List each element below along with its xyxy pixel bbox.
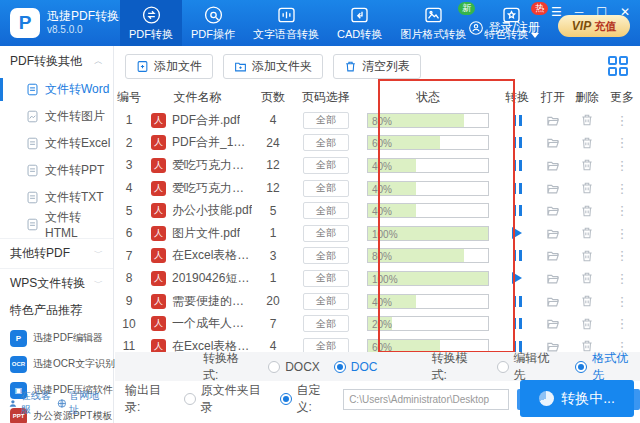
delete-icon[interactable]: [580, 249, 594, 263]
clear-list-button[interactable]: 清空列表: [333, 54, 421, 79]
page-select-button[interactable]: 全部: [303, 157, 349, 174]
pause-convert-button[interactable]: [513, 205, 522, 216]
open-folder-icon[interactable]: [546, 226, 561, 241]
tab-cad-convert[interactable]: CAD转换: [328, 0, 391, 46]
sidebar-item-file-to-txt[interactable]: 文件转TXT: [0, 184, 113, 211]
radio-source-folder[interactable]: [184, 393, 196, 405]
pause-convert-button[interactable]: [513, 115, 522, 126]
more-options-icon[interactable]: ⋮: [616, 181, 629, 196]
pause-convert-button[interactable]: [513, 318, 522, 329]
sidebar-item-file-to-excel[interactable]: 文件转Excel: [0, 130, 113, 157]
format-option-docx[interactable]: DOCX: [268, 360, 320, 374]
product-pdf-editor[interactable]: P 迅捷PDF编辑器: [0, 325, 113, 351]
more-options-icon[interactable]: ⋮: [616, 135, 629, 150]
sidebar-section-pdf-convert-other[interactable]: PDF转换其他 ︿: [0, 46, 113, 76]
more-options-icon[interactable]: ⋮: [616, 248, 629, 263]
table-row: 9 人 需要便捷的PDF文件.pdf 20 全部 40% ⋮: [115, 290, 640, 313]
page-select-button[interactable]: 全部: [303, 112, 349, 129]
open-folder-icon[interactable]: [546, 203, 561, 218]
more-options-icon[interactable]: ⋮: [616, 203, 629, 218]
tab-label: CAD转换: [337, 27, 382, 42]
pause-convert-button[interactable]: [513, 296, 522, 307]
delete-icon[interactable]: [580, 271, 594, 285]
sidebar-section-other-to-pdf[interactable]: 其他转PDF ﹀: [0, 238, 113, 268]
delete-icon[interactable]: [580, 158, 594, 172]
more-options-icon[interactable]: ⋮: [616, 316, 629, 331]
open-folder-icon[interactable]: [546, 158, 561, 173]
open-folder-icon[interactable]: [546, 294, 561, 309]
delete-icon[interactable]: [580, 226, 594, 240]
add-file-button[interactable]: 添加文件: [125, 54, 213, 79]
progress-percent: 100%: [368, 229, 398, 240]
open-folder-icon[interactable]: [546, 135, 561, 150]
open-folder-icon[interactable]: [546, 316, 561, 331]
page-select-button[interactable]: 全部: [303, 293, 349, 310]
globe-icon: [57, 398, 67, 409]
output-option-custom[interactable]: 自定义:: [280, 382, 336, 416]
page-select-button[interactable]: 全部: [303, 225, 349, 242]
sidebar-item-label: 文件转HTML: [45, 209, 113, 240]
output-option-source-folder[interactable]: 原文件夹目录: [184, 382, 272, 416]
header-convert: 转换: [498, 89, 536, 106]
official-site-link[interactable]: 官网地址: [57, 389, 106, 417]
pause-convert-button[interactable]: [513, 137, 522, 148]
page-select-button[interactable]: 全部: [303, 202, 349, 219]
sidebar-item-file-to-word[interactable]: 文件转Word: [0, 76, 113, 103]
page-select-button[interactable]: 全部: [303, 315, 349, 332]
more-options-icon[interactable]: ⋮: [616, 158, 629, 173]
more-options-icon[interactable]: ⋮: [616, 294, 629, 309]
more-options-icon[interactable]: ⋮: [616, 226, 629, 241]
login-register-button[interactable]: 登录/注册: [468, 19, 540, 36]
header-number: 编号: [115, 89, 143, 106]
open-folder-icon[interactable]: [546, 271, 561, 286]
page-select-button[interactable]: 全部: [303, 180, 349, 197]
open-folder-icon[interactable]: [546, 248, 561, 263]
resume-convert-button[interactable]: [512, 227, 522, 239]
page-select-button[interactable]: 全部: [303, 270, 349, 287]
menu-icon[interactable]: ☰: [551, 6, 562, 18]
view-grid-icon[interactable]: [608, 56, 628, 76]
tab-image-format-convert[interactable]: 新 图片格式转换: [391, 0, 475, 46]
radio-edit-priority[interactable]: [497, 361, 509, 373]
pause-convert-button[interactable]: [513, 183, 522, 194]
format-option-doc[interactable]: DOC: [334, 360, 378, 374]
delete-icon[interactable]: [580, 317, 594, 331]
radio-doc[interactable]: [334, 361, 346, 373]
page-select-button[interactable]: 全部: [303, 247, 349, 264]
section-title: 其他转PDF: [10, 245, 70, 262]
app-logo-area: P 迅捷PDF转换器 v8.5.0.0: [10, 8, 131, 38]
vip-recharge-button[interactable]: VIP 充值: [558, 15, 630, 37]
output-path-input[interactable]: [343, 389, 509, 410]
delete-icon[interactable]: [580, 294, 594, 308]
more-options-icon[interactable]: ⋮: [616, 113, 629, 128]
tab-pdf-operate[interactable]: PDF操作: [182, 0, 244, 46]
app-title: 迅捷PDF转换器: [47, 9, 131, 24]
online-support-link[interactable]: 在线客服: [8, 389, 57, 417]
sidebar-item-file-to-ppt[interactable]: 文件转PPT: [0, 157, 113, 184]
delete-icon[interactable]: [580, 204, 594, 218]
pdf-file-icon: 人: [151, 294, 166, 309]
resume-convert-button[interactable]: [512, 272, 522, 284]
open-folder-icon[interactable]: [546, 113, 561, 128]
converting-button[interactable]: 转换中...: [520, 380, 634, 417]
doc-icon: [26, 137, 39, 150]
delete-icon[interactable]: [580, 181, 594, 195]
mode-option-edit-priority[interactable]: 编辑优先: [497, 350, 562, 384]
mode-option-format-priority[interactable]: 格式优先: [575, 350, 640, 384]
tab-pdf-convert[interactable]: PDF转换: [120, 0, 182, 46]
delete-icon[interactable]: [580, 113, 594, 127]
sidebar-item-file-to-image[interactable]: 文件转图片: [0, 103, 113, 130]
radio-docx[interactable]: [268, 361, 280, 373]
sidebar-item-file-to-html[interactable]: 文件转HTML: [0, 211, 113, 238]
page-select-button[interactable]: 全部: [303, 134, 349, 151]
radio-format-priority[interactable]: [575, 361, 587, 373]
pause-convert-button[interactable]: [513, 250, 522, 261]
open-folder-icon[interactable]: [546, 181, 561, 196]
tab-text-speech-convert[interactable]: 文字语音转换: [244, 0, 328, 46]
product-ocr[interactable]: OCR 迅捷OCR文字识别软件: [0, 351, 113, 377]
radio-custom-dir[interactable]: [280, 393, 292, 405]
more-options-icon[interactable]: ⋮: [616, 271, 629, 286]
delete-icon[interactable]: [580, 136, 594, 150]
add-folder-button[interactable]: 添加文件夹: [223, 54, 323, 79]
pause-convert-button[interactable]: [513, 160, 522, 171]
